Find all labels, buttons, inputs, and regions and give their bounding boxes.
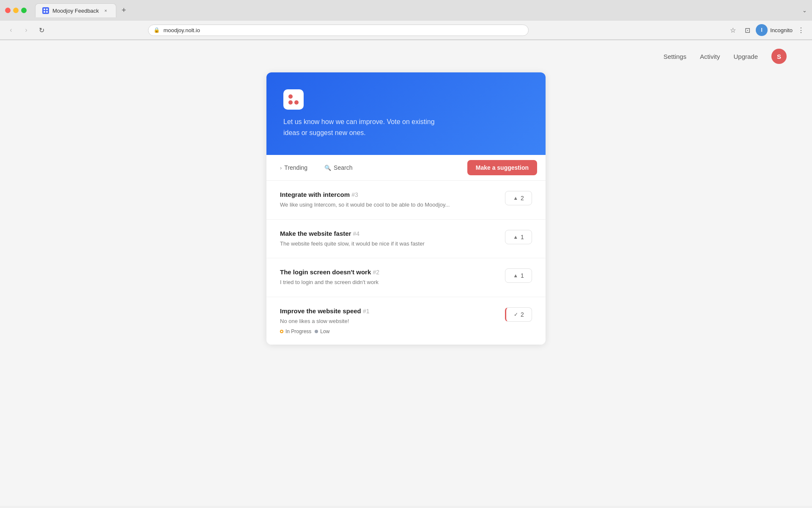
feedback-item: The login screen doesn't work #2I tried …: [266, 258, 546, 297]
vote-count-2: 1: [521, 234, 524, 240]
profile-initial: I: [761, 27, 763, 33]
profile-label: Incognito: [770, 27, 793, 33]
feedback-title-1: Integrate with intercom #3: [280, 191, 498, 198]
feedback-title-4: Improve the website speed #1: [280, 307, 498, 315]
vote-count-1: 2: [521, 195, 524, 202]
logo-dot-2: [294, 94, 299, 99]
tab-bar: Moodjoy Feedback × +: [30, 3, 799, 17]
bookmark-button[interactable]: ☆: [727, 24, 739, 36]
vote-button-3[interactable]: ▲ 1: [505, 268, 532, 283]
reload-button[interactable]: ↻: [36, 24, 47, 36]
logo-dot-4: [294, 100, 299, 105]
user-avatar[interactable]: S: [771, 49, 787, 64]
feedback-content-1: Integrate with intercom #3We like using …: [280, 191, 498, 209]
new-tab-button[interactable]: +: [118, 5, 130, 17]
feedback-desc-4: No one likes a slow website!: [280, 317, 498, 326]
lock-icon: 🔒: [154, 27, 160, 33]
toolbar-right: ☆ ⊡ I Incognito ⋮: [727, 24, 807, 36]
activity-link[interactable]: Activity: [700, 53, 720, 60]
tab-close-button[interactable]: ×: [102, 7, 109, 14]
feedback-number-1: #3: [351, 191, 358, 198]
tag-in-progress: In Progress: [280, 329, 311, 334]
feedback-content-4: Improve the website speed #1No one likes…: [280, 307, 498, 335]
trending-label: Trending: [284, 164, 307, 171]
feedback-number-2: #4: [353, 230, 360, 237]
reload-icon: ↻: [39, 26, 44, 34]
feedback-content-3: The login screen doesn't work #2I tried …: [280, 268, 498, 287]
extension-button[interactable]: ⊡: [741, 24, 753, 36]
menu-icon: ⋮: [798, 26, 804, 34]
browser-tab[interactable]: Moodjoy Feedback ×: [35, 3, 116, 17]
address-bar[interactable]: 🔒 moodjoy.nolt.io: [148, 25, 529, 36]
feedback-number-3: #2: [373, 269, 379, 276]
window-maximize-button[interactable]: [21, 8, 27, 13]
hero-section: Let us know how we can improve. Vote on …: [266, 72, 546, 155]
logo-dots: [287, 93, 300, 106]
logo-dot-3: [288, 100, 293, 105]
logo-dot-1: [288, 94, 293, 99]
feedback-desc-1: We like using Intercom, so it would be c…: [280, 201, 498, 209]
tag-label: Low: [320, 329, 329, 334]
arrow-icon: ▲: [513, 195, 518, 201]
browser-toolbar: ‹ › ↻ 🔒 moodjoy.nolt.io ☆ ⊡ I Incognito …: [0, 21, 812, 40]
feedback-number-4: #1: [363, 308, 370, 315]
back-button[interactable]: ‹: [5, 24, 17, 36]
vote-count-3: 1: [521, 272, 524, 279]
check-icon: ✓: [514, 312, 518, 318]
bookmark-icon: ☆: [730, 26, 736, 34]
app-logo: [283, 89, 304, 110]
window-buttons: [5, 8, 27, 13]
tag-dot-gray: [315, 330, 318, 333]
browser-chrome: Moodjoy Feedback × + ⌄ ‹ › ↻ 🔒 moodjoy.n…: [0, 0, 812, 40]
feedback-item: Make the website faster #4The website fe…: [266, 220, 546, 259]
search-icon: 🔍: [324, 165, 331, 171]
feedback-title-2: Make the website faster #4: [280, 230, 498, 237]
feedback-toolbar: › Trending 🔍 Search Make a suggestion: [266, 155, 546, 181]
settings-link[interactable]: Settings: [664, 53, 686, 60]
extension-icon: ⊡: [745, 26, 750, 34]
tab-favicon: [42, 7, 49, 14]
tab-title: Moodjoy Feedback: [52, 8, 99, 14]
main-content: Let us know how we can improve. Vote on …: [0, 72, 812, 370]
window-chevron-icon: ⌄: [802, 7, 807, 14]
feedback-tags-4: In ProgressLow: [280, 329, 498, 334]
feedback-desc-2: The website feels quite slow, it would b…: [280, 240, 498, 248]
feedback-content-2: Make the website faster #4The website fe…: [280, 230, 498, 248]
feedback-item: Improve the website speed #1No one likes…: [266, 297, 546, 345]
app-header: Settings Activity Upgrade S: [0, 40, 812, 72]
tag-label: In Progress: [285, 329, 311, 334]
forward-button[interactable]: ›: [20, 24, 32, 36]
tag-low: Low: [315, 329, 329, 334]
vote-button-2[interactable]: ▲ 1: [505, 230, 532, 244]
app-nav: Settings Activity Upgrade: [664, 53, 758, 60]
hero-tagline: Let us know how we can improve. Vote on …: [283, 116, 453, 138]
back-icon: ‹: [10, 26, 12, 34]
upgrade-link[interactable]: Upgrade: [733, 53, 758, 60]
feedback-list: Integrate with intercom #3We like using …: [266, 181, 546, 345]
feedback-item: Integrate with intercom #3We like using …: [266, 181, 546, 220]
app-container: Settings Activity Upgrade S Let us know …: [0, 40, 812, 506]
arrow-icon: ▲: [513, 234, 518, 240]
feedback-card: Let us know how we can improve. Vote on …: [266, 72, 546, 345]
trending-chevron-icon: ›: [280, 165, 282, 171]
window-close-button[interactable]: [5, 8, 11, 13]
window-minimize-button[interactable]: [13, 8, 19, 13]
forward-icon: ›: [25, 26, 27, 34]
feedback-title-3: The login screen doesn't work #2: [280, 268, 498, 276]
trending-button[interactable]: › Trending: [275, 161, 313, 174]
search-label: Search: [334, 164, 352, 171]
arrow-icon: ▲: [513, 273, 518, 279]
url-text: moodjoy.nolt.io: [163, 27, 523, 33]
browser-titlebar: Moodjoy Feedback × + ⌄: [0, 0, 812, 21]
vote-count-4: 2: [521, 311, 524, 318]
make-suggestion-button[interactable]: Make a suggestion: [467, 160, 537, 175]
vote-button-4[interactable]: ✓ 2: [505, 307, 532, 322]
feedback-desc-3: I tried to login and the screen didn't w…: [280, 278, 498, 287]
profile-button[interactable]: I: [756, 24, 768, 36]
browser-menu-button[interactable]: ⋮: [795, 24, 807, 36]
search-button[interactable]: 🔍 Search: [319, 161, 357, 174]
tag-dot-yellow: [280, 330, 283, 333]
vote-button-1[interactable]: ▲ 2: [505, 191, 532, 205]
